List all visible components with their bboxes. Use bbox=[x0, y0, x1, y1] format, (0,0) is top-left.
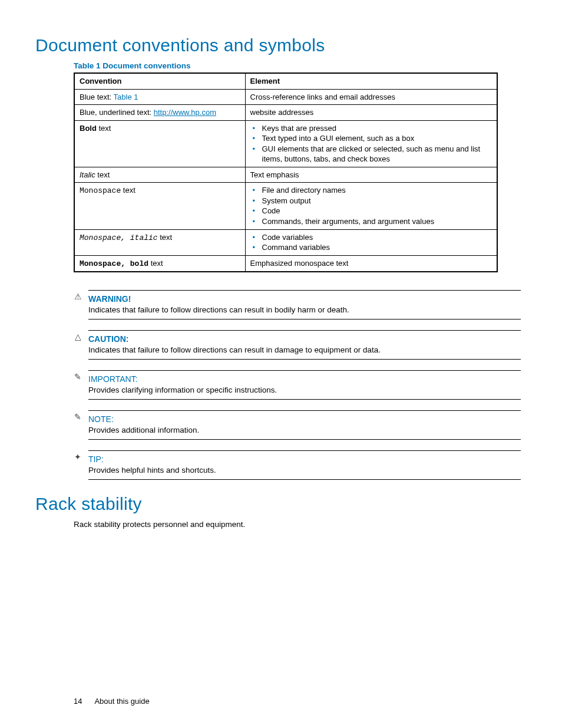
cell-text: text bbox=[95, 170, 110, 179]
cell-text: Cross-reference links and email addresse… bbox=[245, 89, 497, 105]
callout-important: ✎ IMPORTANT: Provides clarifying informa… bbox=[74, 370, 521, 400]
cell-text: Blue text: bbox=[80, 93, 114, 101]
callout-title: NOTE: bbox=[88, 411, 521, 426]
callout-warning: ⚠ WARNING! Indicates that failure to fol… bbox=[74, 290, 521, 319]
cell-text: Monospace, bold bbox=[80, 259, 148, 268]
table-row: Monospace, bold text Emphasized monospac… bbox=[74, 255, 497, 272]
cell-text: Text emphasis bbox=[245, 167, 497, 183]
link-table1[interactable]: Table 1 bbox=[114, 93, 138, 101]
callout-title: CAUTION: bbox=[88, 331, 521, 345]
table-row: Monospace text File and directory names … bbox=[74, 183, 497, 229]
th-convention: Convention bbox=[74, 73, 245, 89]
callout-title: TIP: bbox=[88, 451, 521, 466]
cell-text: Monospace, italic bbox=[80, 233, 158, 242]
table-row: Blue text: Table 1 Cross-reference links… bbox=[74, 89, 497, 105]
callout-title: WARNING! bbox=[88, 291, 521, 305]
page-number: 14 bbox=[74, 697, 82, 706]
callout-caution: △ CAUTION: Indicates that failure to fol… bbox=[74, 330, 521, 360]
callout-body: Provides clarifying information or speci… bbox=[88, 386, 521, 399]
table-row: Blue, underlined text: http://www.hp.com… bbox=[74, 105, 497, 121]
list-item: File and directory names bbox=[261, 185, 492, 196]
conventions-table: Convention Element Blue text: Table 1 Cr… bbox=[74, 73, 498, 272]
callout-note: ✎ NOTE: Provides additional information. bbox=[74, 410, 521, 440]
cell-text: Italic bbox=[80, 170, 95, 179]
important-icon: ✎ bbox=[72, 372, 83, 381]
callout-tip: ✦ TIP: Provides helpful hints and shortc… bbox=[74, 450, 521, 480]
heading-rack-stability: Rack stability bbox=[35, 494, 521, 514]
warning-icon: ⚠ bbox=[72, 292, 83, 301]
rack-body: Rack stability protects personnel and eq… bbox=[74, 520, 521, 529]
list-item: Keys that are pressed bbox=[261, 123, 492, 134]
cell-text: Monospace bbox=[80, 186, 121, 195]
cell-text: text bbox=[121, 186, 135, 195]
table-row: Italic text Text emphasis bbox=[74, 167, 497, 183]
callout-body: Provides additional information. bbox=[88, 426, 521, 439]
table-caption: Table 1 Document conventions bbox=[35, 61, 521, 70]
tip-icon: ✦ bbox=[72, 452, 83, 462]
list-item: Command variables bbox=[261, 242, 492, 253]
list-item: Code variables bbox=[261, 232, 492, 243]
cell-text: website addresses bbox=[245, 105, 497, 121]
cell-text: Blue, underlined text: bbox=[80, 108, 154, 117]
note-icon: ✎ bbox=[72, 412, 83, 421]
caution-icon: △ bbox=[72, 332, 83, 341]
page-footer: 14 About this guide bbox=[74, 697, 150, 706]
list-item: GUI elements that are clicked or selecte… bbox=[261, 144, 492, 164]
cell-text: text bbox=[97, 124, 111, 133]
list-item: Commands, their arguments, and argument … bbox=[261, 216, 492, 227]
cell-text: Emphasized monospace text bbox=[245, 255, 497, 272]
callout-body: Indicates that failure to follow directi… bbox=[88, 345, 521, 359]
footer-section: About this guide bbox=[94, 697, 149, 706]
cell-text: text bbox=[148, 259, 163, 268]
cell-text: Bold bbox=[80, 124, 97, 133]
table-row: Monospace, italic text Code variables Co… bbox=[74, 229, 497, 255]
list-item: System output bbox=[261, 196, 492, 206]
callout-body: Indicates that failure to follow directi… bbox=[88, 305, 521, 319]
th-element: Element bbox=[245, 73, 497, 89]
callout-title: IMPORTANT: bbox=[88, 371, 521, 386]
link-hp[interactable]: http://www.hp.com bbox=[154, 108, 216, 117]
list-item: Code bbox=[261, 206, 492, 216]
heading-document-conventions: Document conventions and symbols bbox=[35, 35, 521, 55]
cell-text: text bbox=[158, 233, 173, 242]
callout-body: Provides helpful hints and shortcuts. bbox=[88, 466, 521, 479]
table-row: Bold text Keys that are pressed Text typ… bbox=[74, 120, 497, 167]
list-item: Text typed into a GUI element, such as a… bbox=[261, 133, 492, 144]
